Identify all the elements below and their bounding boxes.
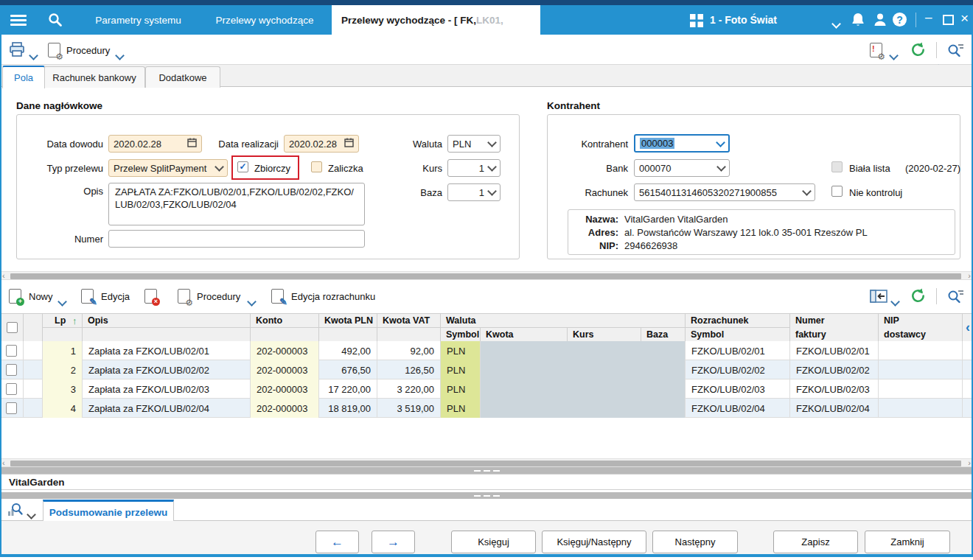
column-header-kwota-pln[interactable]: Kwota PLN: [319, 314, 377, 328]
column-header-nip-dostawcy-line1[interactable]: NIP: [879, 314, 963, 328]
help-icon[interactable]: ?: [893, 13, 907, 27]
grid-procedury-icon[interactable]: ⚙: [178, 289, 190, 307]
column-header-numer-faktury-line1[interactable]: Numer: [790, 314, 879, 328]
scrollbar-thumb[interactable]: [10, 273, 961, 279]
column-header-nip-dostawcy-line2[interactable]: dostawcy: [879, 328, 963, 342]
minimize-icon[interactable]: –: [925, 11, 932, 24]
user-profile-icon[interactable]: [873, 12, 887, 31]
numer-field[interactable]: [108, 230, 365, 248]
table-row[interactable]: 4 Zapłata za FZKO/LUB/02/04 202-000003 1…: [0, 399, 973, 418]
opis-textarea[interactable]: ZAPŁATA ZA:FZKO/LUB/02/01,FZKO/LUB/02/02…: [108, 183, 365, 225]
scroll-right-arrow[interactable]: ›: [968, 458, 971, 467]
edit-row-icon[interactable]: ✎: [81, 289, 94, 307]
nowy-button[interactable]: Nowy: [29, 291, 53, 302]
column-header-waluta-baza[interactable]: Baza: [641, 328, 686, 342]
grid-refresh-icon[interactable]: [910, 287, 927, 307]
edycja-button[interactable]: Edycja: [101, 291, 130, 302]
collapse-panel-chevron-down-icon[interactable]: [892, 295, 899, 308]
scroll-left-arrow[interactable]: ‹: [2, 458, 5, 467]
apps-grid-icon[interactable]: [690, 14, 703, 30]
collapse-panel-icon[interactable]: [870, 290, 887, 306]
select-all-checkbox[interactable]: [7, 322, 18, 333]
splitter-handle[interactable]: [0, 492, 973, 499]
row-checkbox[interactable]: [6, 402, 17, 414]
previous-record-button[interactable]: ←: [315, 531, 359, 553]
column-header-rozrachunek-symbol[interactable]: Symbol: [686, 328, 790, 342]
titlebar-tab-przelewy[interactable]: Przelewy wychodzące: [203, 5, 327, 35]
calendar-icon[interactable]: [187, 138, 197, 150]
column-header-waluta-kurs[interactable]: Kurs: [568, 328, 641, 342]
scroll-right-arrow[interactable]: ›: [968, 271, 971, 280]
close-icon[interactable]: ×: [960, 12, 969, 24]
titlebar-tab-active[interactable]: Przelewy wychodzące - [ FK, LK01,: [332, 5, 540, 35]
new-row-icon[interactable]: +: [9, 289, 21, 307]
refresh-icon[interactable]: [910, 41, 927, 61]
delete-row-icon[interactable]: ×: [144, 289, 157, 307]
company-chevron-down-icon[interactable]: [833, 17, 840, 30]
grid-search-filter-icon[interactable]: [946, 288, 964, 307]
zapisz-button[interactable]: Zapisz: [773, 531, 858, 553]
table-row[interactable]: 3 Zapłata za FZKO/LUB/02/03 202-000003 1…: [0, 379, 973, 399]
nastepny-button[interactable]: Następny: [652, 531, 738, 553]
baza-select[interactable]: 1: [447, 183, 501, 201]
ksieguj-button[interactable]: Księguj: [451, 531, 536, 553]
zamknij-button[interactable]: Zamknij: [865, 531, 950, 553]
data-dowodu-field[interactable]: 2020.02.28: [108, 135, 202, 153]
nowy-chevron-down-icon[interactable]: [59, 295, 66, 308]
search-icon[interactable]: [47, 12, 63, 31]
sort-ascending-icon[interactable]: ↑: [72, 315, 77, 326]
table-row[interactable]: 2 Zapłata za FZKO/LUB/02/02 202-000003 6…: [0, 360, 973, 379]
tab-pola[interactable]: Pola: [2, 66, 45, 88]
rachunek-select[interactable]: 56154011314605320271900855: [634, 183, 815, 201]
view-settings-chevron-down-icon[interactable]: [890, 49, 897, 62]
print-chevron-down-icon[interactable]: [30, 49, 37, 62]
table-row[interactable]: 1 Zapłata za FZKO/LUB/02/01 202-000003 4…: [0, 341, 973, 360]
typ-przelewu-select[interactable]: Przelew SplitPayment: [108, 159, 228, 177]
ksieguj-nastepny-button[interactable]: Księguj/Następny: [542, 531, 646, 553]
scroll-left-arrow[interactable]: ‹: [2, 271, 5, 280]
column-header-opis[interactable]: Opis: [83, 314, 251, 328]
edycja-rozrachunku-icon[interactable]: ✎: [271, 289, 284, 307]
row-checkbox[interactable]: [6, 383, 17, 395]
grid-horizontal-scrollbar[interactable]: ‹ ›: [0, 458, 973, 467]
biala-lista-checkbox[interactable]: [831, 161, 843, 172]
notifications-bell-icon[interactable]: [851, 12, 865, 31]
bank-select[interactable]: 000070: [634, 159, 730, 177]
next-record-button[interactable]: →: [372, 531, 415, 553]
edycja-rozrachunku-button[interactable]: Edycja rozrachunku: [291, 291, 375, 302]
column-header-waluta-kwota[interactable]: Kwota: [481, 328, 568, 342]
kontrahent-select[interactable]: 000003: [634, 134, 730, 153]
procedury-button[interactable]: Procedury: [66, 45, 110, 56]
summary-view-chevron-down-icon[interactable]: [28, 508, 35, 521]
maximize-icon[interactable]: [943, 15, 954, 28]
nie-kontroluj-checkbox[interactable]: [831, 186, 843, 197]
zbiorczy-checkbox[interactable]: ✓: [237, 161, 248, 172]
zaliczka-checkbox[interactable]: [311, 161, 322, 172]
grid-procedury-chevron-down-icon[interactable]: [248, 295, 255, 308]
procedury-icon[interactable]: ⚙: [48, 43, 60, 60]
row-checkbox[interactable]: [6, 345, 17, 357]
view-settings-icon[interactable]: !⚙: [870, 43, 882, 60]
tab-dodatkowe[interactable]: Dodatkowe: [145, 66, 220, 88]
column-group-waluta[interactable]: Waluta: [441, 314, 686, 328]
grid-procedury-button[interactable]: Procedury: [197, 291, 240, 302]
hamburger-menu-icon[interactable]: [10, 13, 27, 28]
print-icon[interactable]: [9, 42, 25, 60]
column-header-numer-faktury-line2[interactable]: faktury: [790, 328, 879, 342]
column-header-kwota-vat[interactable]: Kwota VAT: [377, 314, 441, 328]
procedury-chevron-down-icon[interactable]: [116, 49, 123, 62]
splitter-handle[interactable]: [0, 467, 973, 474]
column-header-waluta-symbol[interactable]: Symbol: [441, 328, 481, 342]
tab-podsumowanie-przelewu[interactable]: Podsumowanie przelewu: [43, 500, 174, 523]
data-realizacji-field[interactable]: 2020.02.28: [284, 135, 359, 153]
row-checkbox[interactable]: [6, 364, 17, 376]
calendar-icon[interactable]: [344, 138, 354, 150]
search-filter-icon[interactable]: [946, 42, 964, 61]
column-group-rozrachunek[interactable]: Rozrachunek: [686, 314, 790, 328]
tab-rachunek-bankowy[interactable]: Rachunek bankowy: [43, 66, 145, 88]
scrollbar-thumb[interactable]: [10, 461, 961, 466]
kurs-select[interactable]: 1: [447, 159, 501, 177]
summary-view-icon[interactable]: [7, 503, 24, 520]
titlebar-tab-parametry[interactable]: Parametry systemu: [77, 5, 199, 35]
waluta-select[interactable]: PLN: [447, 135, 501, 153]
